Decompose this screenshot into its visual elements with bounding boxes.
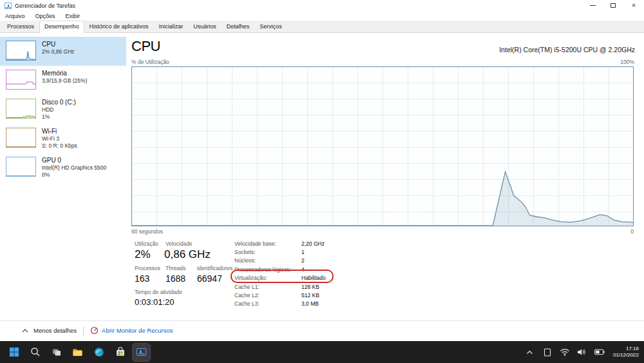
tempo-atividade-label: Tempo de atividade [135, 289, 182, 295]
detail-nucleos: Núcleos:2 [234, 257, 326, 265]
velocidade-label: Velocidade [166, 240, 193, 247]
sidebar-memoria-title: Memória [42, 70, 87, 77]
velocidade-value: 0,86 GHz [164, 248, 211, 261]
title-bar: Gerenciador de Tarefas × [0, 0, 644, 11]
page-title: CPU [131, 38, 160, 55]
gpu-mini-chart [6, 157, 36, 177]
tab-detalhes[interactable]: Detalhes [222, 20, 255, 32]
tab-historico-de-aplicativos[interactable]: Histórico de aplicativos [84, 20, 154, 32]
taskbar: 17:16 01/12/2022 [0, 341, 644, 363]
wifi-icon [560, 348, 570, 356]
task-view-button[interactable] [48, 344, 65, 361]
volume-icon [577, 348, 587, 356]
search-button[interactable] [26, 344, 44, 361]
edge-icon [94, 347, 104, 357]
detail-processadores-logicos: Processadores lógicos:4 [234, 265, 326, 273]
wifi-status-button[interactable] [558, 344, 571, 360]
sidebar-wifi-name: Wi-Fi 3 [42, 135, 77, 142]
sidebar-wifi-title: Wi-Fi [42, 128, 77, 135]
detail-cache-l2: Cache L2:512 KB [234, 291, 326, 299]
sidebar-item-disco[interactable]: Disco 0 (C:) HDD 1% [0, 95, 126, 124]
maximize-icon [611, 3, 616, 8]
window-title: Gerenciador de Tarefas [15, 3, 75, 9]
tab-desempenho[interactable]: Desempenho [39, 21, 84, 33]
x-axis-right-label: 0 [630, 228, 634, 235]
tab-servicos[interactable]: Serviços [254, 20, 287, 32]
tempo-atividade-value: 0:03:01:20 [135, 297, 174, 307]
minimize-button[interactable] [582, 0, 603, 11]
sidebar-item-memoria[interactable]: Memória 3,9/15,9 GB (25%) [0, 66, 126, 95]
processos-value: 163 [135, 273, 149, 284]
battery-button[interactable] [593, 344, 606, 360]
detail-cache-l3: Cache L3:3,0 MB [234, 300, 326, 308]
task-manager-taskbar-button[interactable] [133, 344, 150, 361]
edge-button[interactable] [90, 344, 108, 361]
chevron-up-icon [22, 329, 28, 333]
detail-virtualizacao: Virtualização:Habilitado [234, 274, 326, 282]
tab-inicializar[interactable]: Inicializar [154, 20, 189, 32]
cpu-mini-chart [6, 41, 36, 61]
sidebar-gpu-usage: 0% [42, 172, 106, 179]
microsoft-store-button[interactable] [111, 344, 129, 361]
sidebar-item-gpu[interactable]: GPU 0 Intel(R) HD Graphics 5500 0% [0, 153, 126, 182]
sidebar-cpu-title: CPU [42, 41, 75, 48]
cpu-model-label: Intel(R) Core(TM) i5-5200U CPU @ 2.20GHz [499, 46, 635, 54]
tray-chevron-up-button[interactable] [524, 344, 536, 360]
windows-logo-icon [9, 347, 19, 357]
task-view-icon [52, 347, 62, 357]
sidebar-item-wifi[interactable]: Wi-Fi Wi-Fi 3 S: 0 R: 0 Kbps [0, 124, 126, 153]
close-icon: × [632, 2, 636, 9]
menu-exibir[interactable]: Exibir [61, 13, 86, 19]
y-axis-label: % de Utilização [131, 59, 169, 65]
x-axis-left-label: 60 segundos [131, 228, 163, 235]
app-window-icon [544, 348, 551, 357]
sidebar-memoria-stats: 3,9/15,9 GB (25%) [42, 77, 87, 84]
menu-arquivo[interactable]: Arquivo [0, 13, 30, 19]
maximize-button[interactable] [603, 0, 623, 11]
tray-app-window-button[interactable] [541, 344, 554, 360]
file-explorer-icon [72, 347, 83, 357]
wifi-mini-chart [6, 128, 36, 148]
detail-sockets: Sockets:1 [234, 248, 326, 256]
minimize-icon [590, 5, 596, 6]
search-icon [30, 347, 41, 357]
resource-monitor-icon [90, 326, 99, 335]
sidebar-disco-type: HDD [42, 106, 76, 113]
microsoft-store-icon [115, 347, 126, 357]
task-manager-window: Gerenciador de Tarefas × Arquivo Opções … [0, 0, 644, 341]
sidebar-gpu-name: Intel(R) HD Graphics 5500 [42, 164, 106, 172]
sidebar-disco-usage: 1% [42, 113, 76, 121]
open-resource-monitor-link[interactable]: Abrir Monitor de Recursos [102, 327, 173, 334]
identificadores-value: 66947 [197, 273, 222, 284]
sidebar-wifi-throughput: S: 0 R: 0 Kbps [42, 142, 77, 150]
utilizacao-value: 2% [135, 248, 151, 261]
cpu-details-list: Velocidade base:2,20 GHz Sockets:1 Núcle… [234, 239, 326, 308]
menu-opcoes[interactable]: Opções [30, 13, 61, 19]
threads-label: Threads [166, 265, 185, 271]
detail-cache-l1: Cache L1:128 KB [234, 282, 326, 291]
disk-mini-chart [6, 99, 36, 119]
chevron-up-icon [526, 350, 533, 355]
menu-bar: Arquivo Opções Exibir [0, 11, 644, 21]
detail-velocidade-base: Velocidade base:2,20 GHz [234, 239, 326, 248]
clock-date: 01/12/2022 [613, 352, 639, 358]
taskbar-clock[interactable]: 17:16 01/12/2022 [613, 346, 639, 358]
less-details-button[interactable]: Menos detalhes [33, 327, 77, 334]
file-explorer-button[interactable] [69, 344, 86, 361]
footer-bar: Menos detalhes Abrir Monitor de Recursos [0, 320, 644, 340]
identificadores-label: Identificadores [197, 265, 232, 271]
start-button[interactable] [5, 344, 23, 361]
sidebar-disco-title: Disco 0 (C:) [42, 99, 76, 106]
volume-button[interactable] [576, 344, 589, 360]
tab-usuarios[interactable]: Usuários [188, 20, 222, 32]
cpu-usage-area [132, 172, 633, 226]
sidebar-item-cpu[interactable]: CPU 2% 0,86 GHz [0, 37, 126, 66]
utilizacao-label: Utilização [135, 240, 158, 247]
tab-processos[interactable]: Processos [2, 20, 39, 32]
cpu-usage-line [132, 172, 633, 226]
battery-icon [594, 349, 605, 355]
y-axis-max-label: 100% [620, 59, 634, 65]
clock-time: 17:16 [613, 346, 639, 352]
close-button[interactable]: × [623, 0, 644, 11]
threads-value: 1688 [166, 273, 185, 284]
